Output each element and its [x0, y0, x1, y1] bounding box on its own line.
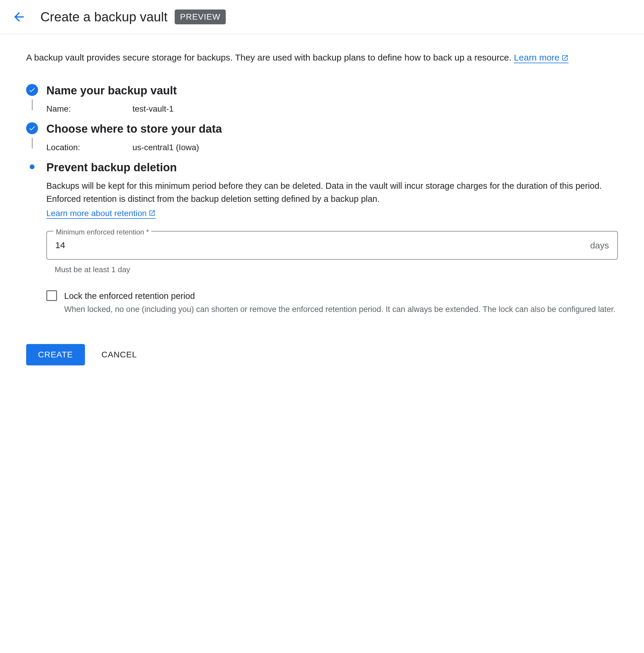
step-retention: Prevent backup deletion Backups will be … [26, 161, 618, 316]
page-title-container: Create a backup vault PREVIEW [40, 7, 226, 27]
cancel-button[interactable]: CANCEL [101, 350, 137, 359]
retention-input[interactable] [55, 240, 590, 250]
intro-text-body: A backup vault provides secure storage f… [26, 52, 514, 62]
intro-text: A backup vault provides secure storage f… [26, 51, 618, 65]
step-current-icon [30, 165, 34, 169]
step-info-value: us-central1 (Iowa) [133, 141, 199, 154]
step-indicator [26, 122, 38, 152]
step-title: Name your backup vault [46, 84, 618, 98]
step-complete-icon [26, 122, 38, 134]
step-content: Prevent backup deletion Backups will be … [46, 161, 618, 316]
preview-badge: PREVIEW [175, 9, 226, 24]
external-link-icon [148, 208, 156, 220]
retention-learn-more-link[interactable]: Learn more about retention [46, 209, 156, 219]
step-info-row: Location: us-central1 (Iowa) [46, 141, 618, 154]
learn-more-label: Learn more [514, 52, 559, 62]
steps-container: Name your backup vault Name: test-vault-… [26, 84, 618, 316]
step-content: Choose where to store your data Location… [46, 122, 618, 161]
learn-more-link[interactable]: Learn more [514, 52, 568, 63]
lock-checkbox-label: Lock the enforced retention period [64, 290, 618, 303]
retention-suffix: days [590, 239, 609, 252]
lock-checkbox-content: Lock the enforced retention period When … [64, 290, 618, 316]
lock-checkbox[interactable] [46, 290, 57, 301]
retention-learn-more-label: Learn more about retention [46, 209, 147, 218]
retention-description: Backups will be kept for this minimum pe… [46, 179, 618, 205]
retention-field-label: Minimum enforced retention * [53, 227, 151, 238]
step-complete-icon [26, 84, 38, 96]
step-title: Prevent backup deletion [46, 161, 618, 174]
retention-field: Minimum enforced retention * days [46, 231, 618, 260]
step-info-label: Name: [46, 103, 133, 115]
step-name[interactable]: Name your backup vault Name: test-vault-… [26, 84, 618, 123]
retention-hint: Must be at least 1 day [55, 264, 618, 275]
step-connector [32, 138, 33, 148]
step-info-value: test-vault-1 [133, 103, 174, 115]
step-info-row: Name: test-vault-1 [46, 103, 618, 115]
step-title: Choose where to store your data [46, 122, 618, 136]
step-indicator [26, 84, 38, 114]
create-button[interactable]: CREATE [26, 344, 85, 365]
retention-description-text: Backups will be kept for this minimum pe… [46, 181, 602, 203]
step-content: Name your backup vault Name: test-vault-… [46, 84, 618, 123]
step-info-label: Location: [46, 141, 133, 154]
back-arrow-icon[interactable] [12, 10, 26, 24]
step-indicator [26, 161, 38, 169]
external-link-icon [561, 52, 569, 65]
step-connector [32, 99, 33, 110]
page-title: Create a backup vault [40, 7, 167, 27]
content: A backup vault provides secure storage f… [0, 34, 644, 382]
step-location[interactable]: Choose where to store your data Location… [26, 122, 618, 161]
lock-checkbox-row: Lock the enforced retention period When … [46, 290, 618, 316]
page-header: Create a backup vault PREVIEW [0, 0, 644, 34]
actions: CREATE CANCEL [26, 344, 618, 365]
retention-learn-more-row: Learn more about retention [46, 207, 618, 220]
lock-checkbox-sub: When locked, no one (including you) can … [64, 304, 618, 315]
